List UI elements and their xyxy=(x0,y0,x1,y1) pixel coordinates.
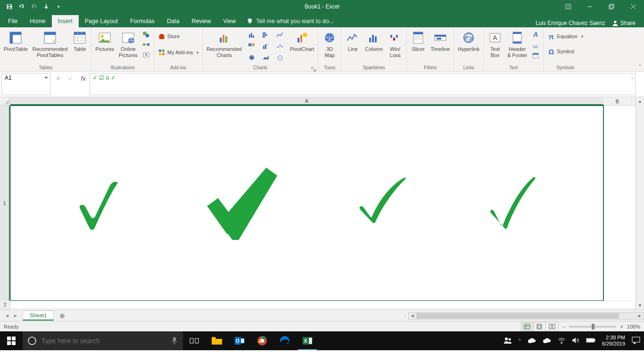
online-pictures-button[interactable]: Online Pictures xyxy=(117,29,140,59)
redo-icon[interactable] xyxy=(28,1,40,12)
normal-view-button[interactable] xyxy=(521,322,534,331)
name-box[interactable]: A1 xyxy=(1,73,50,95)
touch-mode-icon[interactable] xyxy=(41,1,52,12)
formula-input[interactable]: ✓ ☑ ü ✓ ⌄ xyxy=(90,73,636,95)
scatter-chart-button[interactable] xyxy=(273,41,287,52)
timeline-button[interactable]: Timeline xyxy=(429,29,452,53)
slicer-button[interactable]: Slicer xyxy=(409,29,428,53)
undo-icon[interactable] xyxy=(16,1,27,12)
people-icon[interactable] xyxy=(504,336,512,346)
share-button[interactable]: Share xyxy=(609,19,638,27)
tab-review[interactable]: Review xyxy=(185,15,217,27)
column-header-b[interactable]: B xyxy=(603,97,632,105)
pivottable-button[interactable]: PivotTable xyxy=(2,29,30,53)
taskbar-app-edge[interactable] xyxy=(273,331,296,350)
store-button[interactable]: Store xyxy=(156,31,200,41)
column-chart-button[interactable] xyxy=(245,29,259,41)
onedrive-icon-2[interactable] xyxy=(543,337,551,344)
tab-insert[interactable]: Insert xyxy=(52,15,79,27)
cancel-formula-button[interactable]: ✕ xyxy=(53,74,63,83)
table-button[interactable]: Table xyxy=(70,29,89,53)
line-chart-button[interactable] xyxy=(273,29,287,41)
taskbar-search[interactable] xyxy=(23,331,183,350)
equation-button[interactable]: πEquation▾ xyxy=(545,31,585,41)
cell-a1[interactable] xyxy=(10,106,603,301)
screenshot-button[interactable] xyxy=(140,50,152,60)
collapse-ribbon-button[interactable]: ˄ xyxy=(639,64,641,69)
textbox-button[interactable]: AText Box xyxy=(486,29,504,59)
select-all-button[interactable] xyxy=(0,97,10,106)
zoom-slider[interactable] xyxy=(569,326,616,328)
scroll-left-button[interactable]: ◄ xyxy=(409,313,416,319)
tab-page-layout[interactable]: Page Layout xyxy=(79,15,124,27)
action-center-icon[interactable] xyxy=(632,337,640,345)
qat-customize-icon[interactable]: ▾ xyxy=(53,1,64,12)
wordart-button[interactable]: A xyxy=(530,29,541,40)
taskbar-app-chrome[interactable] xyxy=(251,331,273,350)
enter-formula-button[interactable]: ✓ xyxy=(66,74,76,83)
shapes-button[interactable] xyxy=(140,29,152,40)
3d-map-button[interactable]: 3D Map xyxy=(320,29,339,59)
column-header-a[interactable]: A xyxy=(10,97,603,105)
insert-function-button[interactable]: fx xyxy=(78,74,89,83)
charts-dialog-launcher[interactable] xyxy=(311,65,316,70)
task-view-button[interactable] xyxy=(183,331,206,350)
object-button[interactable] xyxy=(530,50,541,60)
expand-formula-bar-button[interactable]: ⌄ xyxy=(630,74,634,80)
taskbar-app-outlook[interactable]: O xyxy=(228,331,251,350)
ribbon-display-icon[interactable] xyxy=(557,0,579,13)
tab-home[interactable]: Home xyxy=(24,15,51,27)
zoom-out-button[interactable]: − xyxy=(562,324,565,329)
horizontal-scrollbar[interactable]: ◄ ► xyxy=(408,312,644,320)
vertical-scrollbar[interactable]: ▲ ▼ xyxy=(636,97,644,310)
sheet-nav-prev[interactable]: ► xyxy=(11,311,20,321)
row-header-1[interactable]: 1 xyxy=(0,106,10,301)
zoom-level[interactable]: 100% xyxy=(627,324,640,329)
start-button[interactable] xyxy=(0,331,23,350)
taskbar-clock[interactable]: 2:39 PM 6/29/2019 xyxy=(602,335,625,347)
wifi-icon[interactable] xyxy=(558,337,565,345)
user-name[interactable]: Luis Enrique Chavez Saenz xyxy=(536,20,605,26)
recommended-pivottables-button[interactable]: Recommended PivotTables xyxy=(31,29,70,59)
tab-data[interactable]: Data xyxy=(161,15,185,27)
statistic-chart-button[interactable] xyxy=(259,41,273,52)
tray-chevron-icon[interactable]: ˄ xyxy=(519,338,521,344)
onedrive-icon[interactable] xyxy=(528,337,536,344)
tab-view[interactable]: View xyxy=(217,15,242,27)
symbol-button[interactable]: ΩSymbol xyxy=(545,46,585,57)
tab-file[interactable]: File xyxy=(2,15,24,27)
battery-icon[interactable] xyxy=(586,337,595,344)
minimize-button[interactable] xyxy=(579,0,601,13)
sheet-nav-first[interactable]: ◄ xyxy=(3,311,11,321)
taskbar-app-explorer[interactable] xyxy=(206,331,228,350)
hierarchy-chart-button[interactable] xyxy=(245,41,259,52)
radar-chart-button[interactable] xyxy=(273,52,287,63)
my-addins-button[interactable]: My Add-ins▾ xyxy=(156,47,200,58)
new-sheet-button[interactable]: ⊕ xyxy=(57,311,68,321)
close-button[interactable] xyxy=(622,0,644,13)
header-footer-button[interactable]: Header & Footer xyxy=(505,29,529,59)
row-header-2[interactable]: 2 xyxy=(0,301,10,309)
sparkline-winloss-button[interactable]: Win/ Loss xyxy=(386,29,405,59)
surface-chart-button[interactable] xyxy=(259,52,273,63)
smartart-button[interactable] xyxy=(140,40,152,50)
sparkline-line-button[interactable]: Line xyxy=(343,29,362,53)
tab-formulas[interactable]: Formulas xyxy=(124,15,161,27)
taskbar-app-excel[interactable]: X xyxy=(296,331,319,350)
maximize-button[interactable] xyxy=(601,0,622,13)
hscroll-thumb[interactable] xyxy=(416,313,619,319)
hyperlink-button[interactable]: Hyperlink xyxy=(456,29,481,53)
pie-chart-button[interactable] xyxy=(245,52,259,63)
pictures-button[interactable]: Pictures xyxy=(93,29,116,53)
mic-icon[interactable] xyxy=(171,336,178,346)
recommended-charts-button[interactable]: Recommended Charts xyxy=(205,29,244,59)
page-layout-view-button[interactable] xyxy=(534,322,546,331)
volume-icon[interactable] xyxy=(572,337,579,345)
signature-line-button[interactable] xyxy=(530,40,541,50)
scroll-up-button[interactable]: ▲ xyxy=(636,97,644,106)
taskbar-search-input[interactable] xyxy=(41,337,166,345)
scroll-right-button[interactable]: ► xyxy=(636,313,644,319)
page-break-view-button[interactable] xyxy=(546,322,558,331)
scroll-down-button[interactable]: ▼ xyxy=(636,301,644,310)
bar-chart-button[interactable] xyxy=(259,29,273,41)
